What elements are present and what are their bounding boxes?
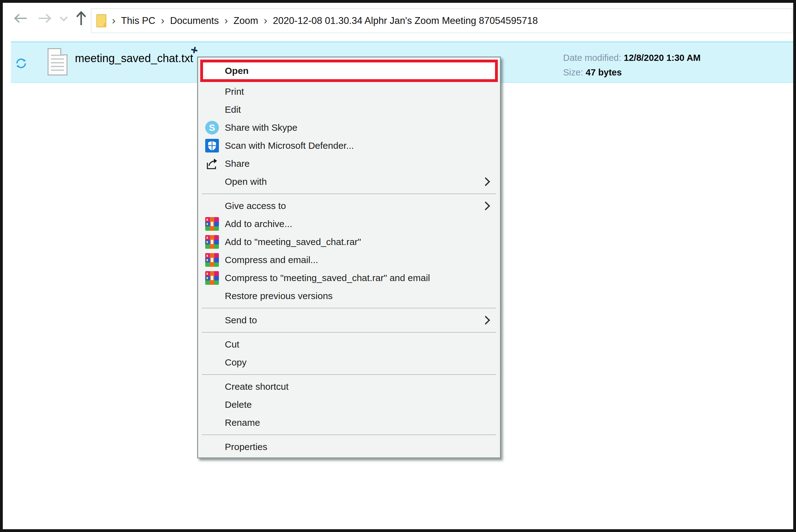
- menu-item-label: Delete: [225, 399, 252, 410]
- menu-item-compress-and-email[interactable]: Compress and email...: [198, 251, 500, 269]
- menu-item-label: Add to archive...: [225, 218, 292, 229]
- up-arrow-icon: [75, 11, 87, 26]
- breadcrumb-segment[interactable]: Zoom: [234, 15, 258, 26]
- menu-item-copy[interactable]: Copy: [198, 354, 500, 372]
- menu-separator: [202, 435, 496, 435]
- menu-item-label: Cut: [225, 339, 239, 350]
- back-button[interactable]: [12, 11, 28, 26]
- menu-item-cut[interactable]: Cut: [198, 336, 500, 354]
- menu-item-label: Open with: [225, 176, 267, 187]
- forward-button[interactable]: [37, 11, 53, 26]
- up-button[interactable]: [73, 11, 89, 26]
- size-line: Size: 47 bytes: [563, 65, 701, 80]
- menu-item-label: Add to "meeting_saved_chat.rar": [225, 236, 361, 247]
- menu-separator: [202, 332, 496, 332]
- menu-item-add-to-archive[interactable]: Add to archive...: [198, 215, 500, 233]
- menu-item-label: Copy: [225, 357, 247, 368]
- menu-item-label: Edit: [225, 104, 241, 115]
- back-arrow-icon: [13, 13, 28, 24]
- date-modified-value: 12/8/2020 1:30 AM: [624, 53, 701, 63]
- menu-item-label: Compress and email...: [225, 255, 318, 265]
- menu-separator: [202, 308, 496, 308]
- defender-icon: [205, 138, 219, 153]
- submenu-arrow-icon: [481, 177, 490, 186]
- winrar-icon: [205, 253, 219, 267]
- file-name: meeting_saved_chat.txt: [75, 52, 193, 65]
- menu-item-delete[interactable]: Delete: [198, 396, 500, 414]
- menu-item-label: Restore previous versions: [225, 291, 333, 301]
- menu-item-label: Open: [225, 65, 249, 76]
- skype-icon: S: [205, 120, 219, 135]
- address-bar[interactable]: ›This PC›Documents›Zoom›2020-12-08 01.30…: [91, 8, 793, 33]
- breadcrumb-chevron-icon: ›: [112, 15, 115, 25]
- menu-item-label: Give access to: [225, 201, 286, 211]
- chevron-down-icon: [60, 13, 68, 21]
- breadcrumb-segment[interactable]: 2020-12-08 01.30.34 Alphr Jan's Zoom Mee…: [273, 15, 538, 26]
- submenu-arrow-icon: [481, 202, 490, 210]
- breadcrumb: ›This PC›Documents›Zoom›2020-12-08 01.30…: [112, 15, 538, 26]
- breadcrumb-chevron-icon: ›: [224, 15, 228, 25]
- menu-item-label: Properties: [225, 442, 267, 452]
- menu-item-open[interactable]: Open: [200, 60, 498, 82]
- folder-icon: [96, 14, 106, 27]
- breadcrumb-chevron-icon: ›: [264, 15, 267, 25]
- menu-separator: [202, 193, 496, 194]
- menu-item-label: Print: [225, 86, 244, 97]
- mouse-cursor-mark: [191, 46, 198, 54]
- size-label: Size:: [563, 68, 583, 77]
- menu-item-label: Share: [225, 158, 250, 169]
- menu-item-compress-to-meeting-saved-chat-rar-and-email[interactable]: Compress to "meeting_saved_chat.rar" and…: [198, 269, 500, 287]
- menu-item-scan-with-microsoft-defender[interactable]: Scan with Microsoft Defender...: [198, 137, 500, 155]
- sync-status-icon: [15, 57, 28, 71]
- menu-item-label: Compress to "meeting_saved_chat.rar" and…: [225, 273, 430, 283]
- explorer-window: ›This PC›Documents›Zoom›2020-12-08 01.30…: [0, 0, 796, 532]
- recent-locations-button[interactable]: [58, 11, 69, 26]
- menu-item-label: Rename: [225, 417, 260, 428]
- file-metadata: Date modified: 12/8/2020 1:30 AM Size: 4…: [563, 51, 701, 80]
- menu-item-give-access-to[interactable]: Give access to: [198, 197, 500, 215]
- menu-item-share[interactable]: Share: [198, 155, 500, 173]
- text-document-icon: [48, 48, 68, 75]
- menu-item-create-shortcut[interactable]: Create shortcut: [198, 378, 500, 396]
- context-menu: OpenPrintEditSShare with SkypeScan with …: [197, 57, 501, 458]
- menu-item-rename[interactable]: Rename: [198, 414, 500, 432]
- winrar-icon: [205, 271, 219, 285]
- menu-item-restore-previous-versions[interactable]: Restore previous versions: [198, 287, 500, 305]
- date-modified-line: Date modified: 12/8/2020 1:30 AM: [563, 51, 701, 65]
- menu-separator: [202, 374, 496, 375]
- menu-item-add-to-meeting-saved-chat-rar[interactable]: Add to "meeting_saved_chat.rar": [198, 233, 500, 251]
- menu-item-send-to[interactable]: Send to: [198, 311, 500, 329]
- date-modified-label: Date modified:: [563, 53, 621, 63]
- menu-item-edit[interactable]: Edit: [198, 101, 500, 119]
- menu-item-print[interactable]: Print: [198, 82, 500, 101]
- size-value: 47 bytes: [586, 68, 622, 77]
- submenu-arrow-icon: [481, 316, 490, 325]
- menu-item-properties[interactable]: Properties: [198, 438, 500, 456]
- winrar-icon: [205, 217, 219, 231]
- menu-item-label: Create shortcut: [225, 381, 289, 392]
- menu-item-open-with[interactable]: Open with: [198, 173, 500, 191]
- breadcrumb-segment[interactable]: This PC: [121, 15, 155, 26]
- menu-item-share-with-skype[interactable]: SShare with Skype: [198, 119, 500, 137]
- forward-arrow-icon: [38, 13, 52, 24]
- breadcrumb-chevron-icon: ›: [161, 15, 164, 25]
- toolbar: ›This PC›Documents›Zoom›2020-12-08 01.30…: [3, 3, 793, 34]
- menu-item-label: Scan with Microsoft Defender...: [225, 140, 354, 151]
- winrar-icon: [205, 235, 219, 249]
- menu-item-label: Share with Skype: [225, 122, 297, 133]
- breadcrumb-segment[interactable]: Documents: [170, 15, 219, 26]
- menu-item-label: Send to: [225, 315, 257, 325]
- share-icon: [205, 156, 219, 171]
